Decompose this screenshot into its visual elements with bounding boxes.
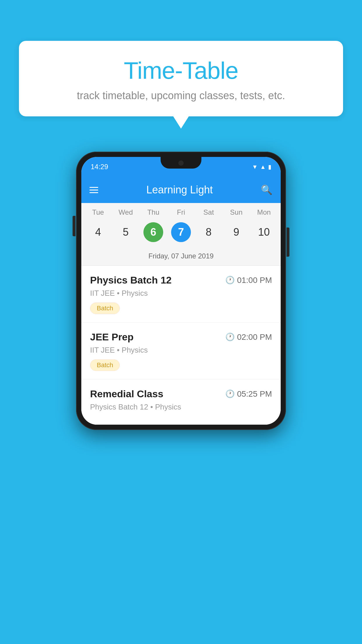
date-4[interactable]: 4 (84, 220, 112, 244)
item-3-time: 🕐 05:25 PM (225, 389, 272, 399)
clock-icon-3: 🕐 (225, 389, 235, 398)
front-camera (178, 160, 184, 166)
date-9[interactable]: 9 (222, 220, 250, 244)
item-1-time: 🕐 01:00 PM (225, 276, 272, 285)
item-1-badge: Batch (90, 302, 120, 314)
item-3-time-value: 05:25 PM (237, 389, 272, 399)
search-icon[interactable]: 🔍 (261, 184, 273, 195)
status-icons: ▼ ▲ ▮ (252, 163, 271, 170)
phone-notch (161, 157, 201, 169)
item-1-time-value: 01:00 PM (237, 276, 272, 285)
day-mon: Mon (250, 208, 278, 216)
phone-outer-shell: 14:29 ▼ ▲ ▮ Learning Light 🔍 (76, 152, 286, 430)
item-2-time: 🕐 02:00 PM (225, 332, 272, 342)
date-5[interactable]: 5 (112, 220, 140, 244)
status-bar: 14:29 ▼ ▲ ▮ (81, 157, 281, 177)
item-2-header: JEE Prep 🕐 02:00 PM (90, 331, 272, 343)
schedule-list: Physics Batch 12 🕐 01:00 PM IIT JEE • Ph… (81, 266, 281, 425)
item-1-header: Physics Batch 12 🕐 01:00 PM (90, 274, 272, 286)
phone-mockup: 14:29 ▼ ▲ ▮ Learning Light 🔍 (76, 152, 286, 430)
date-10[interactable]: 10 (250, 220, 278, 244)
clock-icon-2: 🕐 (225, 332, 235, 342)
calendar-section: Tue Wed Thu Fri Sat Sun Mon 4 5 6 7 8 9 … (81, 203, 281, 266)
schedule-item-3[interactable]: Remedial Class 🕐 05:25 PM Physics Batch … (81, 379, 281, 425)
battery-icon: ▮ (268, 163, 271, 170)
menu-button[interactable] (89, 187, 98, 193)
day-fri: Fri (167, 208, 195, 216)
item-2-time-value: 02:00 PM (237, 332, 272, 342)
wifi-icon: ▼ (252, 164, 258, 170)
item-2-title: JEE Prep (90, 331, 133, 343)
day-thu: Thu (140, 208, 167, 216)
speech-bubble-container: Time-Table track timetable, upcoming cla… (19, 41, 343, 116)
item-3-subtitle: Physics Batch 12 • Physics (90, 402, 272, 412)
day-tue: Tue (84, 208, 112, 216)
schedule-item-1[interactable]: Physics Batch 12 🕐 01:00 PM IIT JEE • Ph… (81, 266, 281, 323)
speech-bubble: Time-Table track timetable, upcoming cla… (19, 41, 343, 116)
signal-icon: ▲ (260, 164, 266, 170)
item-2-subtitle: IIT JEE • Physics (90, 346, 272, 355)
item-2-badge: Batch (90, 359, 120, 371)
date-6[interactable]: 6 (140, 220, 167, 244)
date-7[interactable]: 7 (167, 220, 195, 244)
days-header: Tue Wed Thu Fri Sat Sun Mon (81, 203, 281, 219)
schedule-item-2[interactable]: JEE Prep 🕐 02:00 PM IIT JEE • Physics Ba… (81, 323, 281, 379)
day-sun: Sun (222, 208, 250, 216)
clock-icon-1: 🕐 (225, 276, 235, 285)
status-time: 14:29 (91, 163, 108, 171)
selected-date-label: Friday, 07 June 2019 (81, 250, 281, 266)
dates-row: 4 5 6 7 8 9 10 (81, 219, 281, 250)
item-1-title: Physics Batch 12 (90, 274, 172, 286)
day-sat: Sat (195, 208, 222, 216)
date-8[interactable]: 8 (195, 220, 222, 244)
phone-screen: 14:29 ▼ ▲ ▮ Learning Light 🔍 (81, 157, 281, 425)
bubble-title: Time-Table (36, 57, 326, 84)
item-1-subtitle: IIT JEE • Physics (90, 289, 272, 298)
app-bar-title: Learning Light (105, 184, 254, 196)
item-3-header: Remedial Class 🕐 05:25 PM (90, 388, 272, 400)
item-3-title: Remedial Class (90, 388, 163, 400)
bubble-subtitle: track timetable, upcoming classes, tests… (36, 90, 326, 102)
day-wed: Wed (112, 208, 140, 216)
app-bar: Learning Light 🔍 (81, 177, 281, 203)
